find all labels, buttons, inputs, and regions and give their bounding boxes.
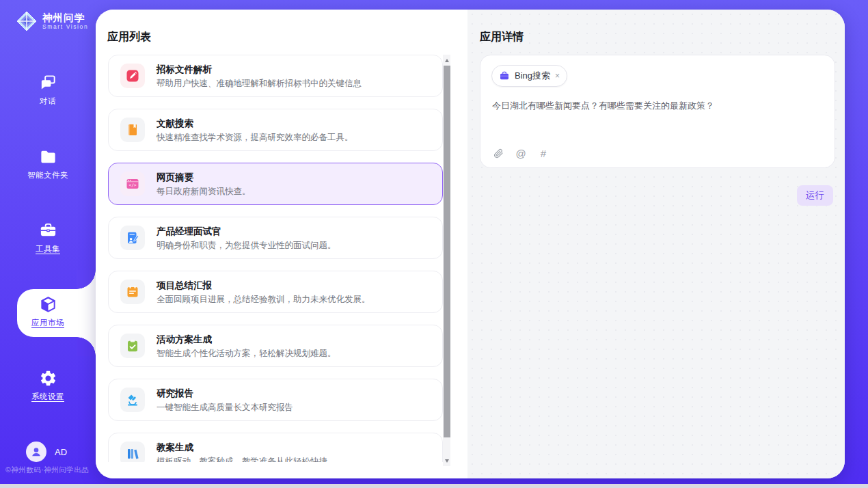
prompt-card: Bing搜索 × 今日湖北有哪些新闻要点？有哪些需要关注的最新政策？ @ # (480, 55, 835, 168)
prompt-input[interactable]: 今日湖北有哪些新闻要点？有哪些需要关注的最新政策？ (492, 99, 821, 112)
sidebar-nav: 对话 智能文件夹 工具集 应用市场 系统设置 (0, 74, 96, 443)
app-description: 快速精准查找学术资源，提高研究效率的必备工具。 (157, 133, 353, 142)
edit-doc-icon (120, 64, 145, 88)
interviewer-icon (120, 226, 145, 250)
run-button[interactable]: 运行 (797, 185, 833, 206)
screen-bottom-edge (0, 484, 868, 488)
app-name: 项目总结汇报 (157, 280, 370, 290)
app-card-web-summary[interactable]: </> 网页摘要 每日政府新闻资讯快查。 (108, 163, 443, 205)
browser-code-icon: </> (120, 172, 145, 196)
app-description: 一键智能生成高质量长文本研究报告 (157, 403, 293, 412)
svg-text:</>: </> (128, 182, 136, 187)
folder-icon (39, 148, 57, 166)
avatar[interactable] (26, 442, 46, 462)
sidebar-item-smart-folder[interactable]: 智能文件夹 (0, 148, 96, 182)
input-toolbar: @ # (492, 147, 550, 159)
book-icon (120, 118, 145, 142)
app-name: 活动方案生成 (157, 334, 336, 344)
research-icon (120, 388, 145, 412)
clipboard-check-icon (120, 334, 145, 358)
sidebar-item-settings[interactable]: 系统设置 (0, 369, 96, 403)
sidebar-item-chat[interactable]: 对话 (0, 74, 96, 108)
app-name: 文献搜索 (157, 118, 353, 128)
app-list: 招标文件解析 帮助用户快速、准确地理解和解析招标书中的关键信息 文献搜索 快速精… (108, 55, 443, 462)
app-card-project-summary[interactable]: 项目总结汇报 全面回顾项目进展，总结经验教训，助力未来优化发展。 (108, 271, 443, 313)
app-list-title: 应用列表 (107, 30, 151, 44)
app-detail-panel: 应用详情 Bing搜索 × 今日湖北有哪些新闻要点？有哪些需要关注的最新政策？ (467, 10, 845, 478)
toolbox-icon (39, 221, 57, 240)
chat-icon (39, 74, 57, 92)
app-detail-title: 应用详情 (480, 30, 524, 44)
mention-icon[interactable]: @ (515, 147, 527, 159)
app-card-event-plan[interactable]: 活动方案生成 智能生成个性化活动方案，轻松解决规划难题。 (108, 325, 443, 367)
app-card-literature-search[interactable]: 文献搜索 快速精准查找学术资源，提高研究效率的必备工具。 (108, 109, 443, 151)
hash-icon[interactable]: # (537, 147, 550, 159)
app-card-research-report[interactable]: 研究报告 一键智能生成高质量长文本研究报告 (108, 379, 443, 421)
sidebar: 神州问学 Smart Vision 对话 智能文件夹 工具集 应用市场 系统设置 (0, 0, 96, 488)
sidebar-footer: ©神州数码·神州问学出品 (5, 465, 89, 475)
gem-logo-icon (16, 11, 37, 31)
briefcase-icon (499, 70, 510, 81)
app-name: 研究报告 (157, 388, 293, 398)
app-description: 智能生成个性化活动方案，轻松解决规划难题。 (157, 349, 336, 358)
app-description: 帮助用户快速、准确地理解和解析招标书中的关键信息 (157, 79, 362, 88)
paperclip-icon[interactable] (492, 147, 504, 159)
brand-name: 神州问学 (42, 12, 88, 23)
app-card-lesson-plan[interactable]: 教案生成 模板驱动，教案秒成，教学准备从此轻松快捷 (108, 433, 443, 462)
report-note-icon (120, 280, 145, 304)
sidebar-item-toolset[interactable]: 工具集 (0, 221, 96, 256)
brand-subtitle: Smart Vision (42, 23, 88, 30)
tool-chip-bing-search[interactable]: Bing搜索 × (491, 65, 567, 87)
app-name: 产品经理面试官 (157, 226, 336, 236)
tool-chip-label: Bing搜索 (515, 70, 550, 82)
user-row[interactable]: AD (0, 442, 96, 462)
gear-icon (39, 369, 57, 388)
brand-logo: 神州问学 Smart Vision (0, 0, 96, 31)
app-description: 每日政府新闻资讯快查。 (157, 187, 251, 196)
scroll-down-arrow[interactable] (443, 457, 450, 465)
scrollbar-thumb[interactable] (444, 66, 450, 437)
books-icon (120, 442, 145, 462)
app-card-tender-analysis[interactable]: 招标文件解析 帮助用户快速、准确地理解和解析招标书中的关键信息 (108, 55, 443, 97)
scroll-up-arrow[interactable] (443, 56, 450, 64)
main-content: 应用列表 招标文件解析 帮助用户快速、准确地理解和解析招标书中的关键信息 文献搜… (96, 10, 845, 478)
sidebar-item-app-market[interactable]: 应用市场 (0, 295, 96, 329)
app-description: 模板驱动，教案秒成，教学准备从此轻松快捷 (157, 457, 327, 463)
user-icon (29, 445, 43, 459)
app-name: 网页摘要 (157, 172, 251, 182)
app-name: 教案生成 (157, 442, 327, 452)
app-description: 明确身份和职责，为您提供专业性的面试问题。 (157, 241, 336, 250)
scrollbar (443, 55, 450, 466)
app-description: 全面回顾项目进展，总结经验教训，助力未来优化发展。 (157, 295, 370, 304)
cube-icon (39, 295, 57, 314)
close-icon[interactable]: × (555, 72, 560, 80)
user-initials: AD (55, 447, 67, 457)
app-list-panel: 应用列表 招标文件解析 帮助用户快速、准确地理解和解析招标书中的关键信息 文献搜… (96, 10, 467, 478)
app-name: 招标文件解析 (157, 64, 362, 74)
app-card-pm-interviewer[interactable]: 产品经理面试官 明确身份和职责，为您提供专业性的面试问题。 (108, 217, 443, 259)
